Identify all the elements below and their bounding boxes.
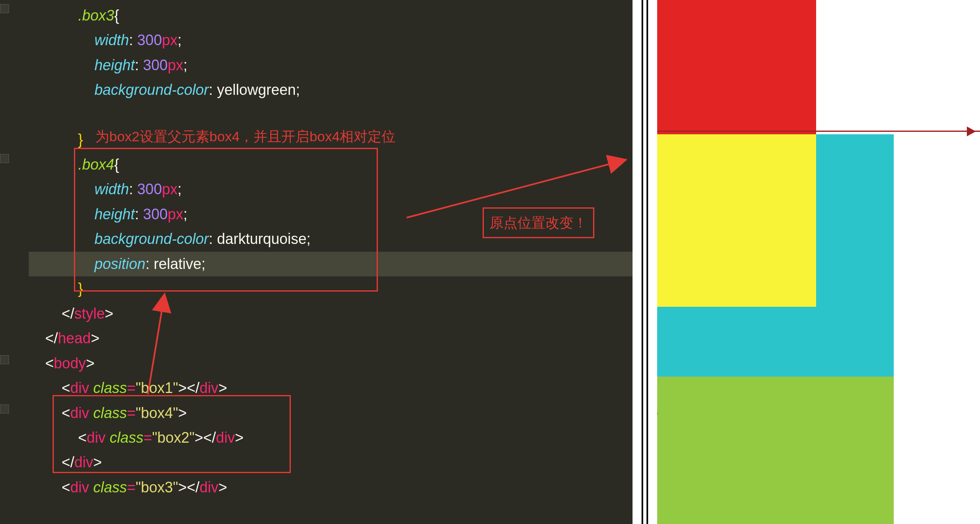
axis-x-arrow-icon: [657, 131, 980, 132]
annotation-box-html: [53, 395, 291, 473]
code-line[interactable]: background-color: yellowgreen;: [29, 78, 633, 102]
fold-marker-icon[interactable]: [0, 404, 9, 414]
code-line[interactable]: width: 300px;: [29, 28, 633, 53]
fold-marker-icon[interactable]: [0, 154, 9, 163]
fold-marker-icon[interactable]: [0, 4, 9, 13]
editor-gutter: [0, 0, 9, 524]
code-line[interactable]: <body>: [29, 351, 633, 376]
fold-marker-icon[interactable]: [0, 355, 9, 364]
annotation-origin-changed: 原点位置改变！: [483, 207, 594, 238]
preview-box3: [657, 377, 894, 524]
annotation-box-css: [74, 148, 378, 292]
code-line[interactable]: </style>: [29, 301, 633, 326]
code-line[interactable]: [29, 103, 633, 127]
annotation-comment-parent: 为box2设置父元素box4，并且开启box4相对定位: [95, 125, 396, 148]
browser-preview: [657, 0, 980, 524]
preview-box1: [657, 0, 816, 134]
pane-divider[interactable]: [633, 0, 657, 524]
code-line[interactable]: height: 300px;: [29, 53, 633, 78]
code-line[interactable]: .box3{: [29, 3, 633, 28]
divider-bar-icon: [642, 0, 648, 524]
code-editor[interactable]: .box3{ width: 300px; height: 300px; back…: [0, 0, 633, 524]
code-line[interactable]: </head>: [29, 326, 633, 351]
preview-box2: [657, 134, 816, 307]
code-line[interactable]: <div class="box3"></div>: [29, 475, 633, 500]
